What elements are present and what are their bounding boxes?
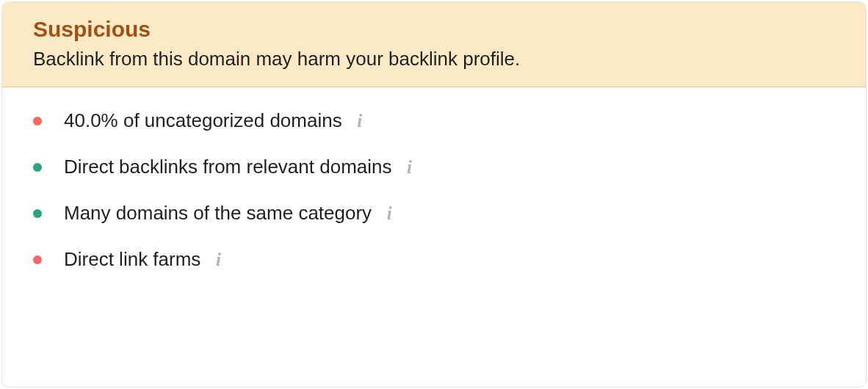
info-icon[interactable]: i <box>402 157 417 178</box>
info-icon[interactable]: i <box>382 203 397 224</box>
card-header: Suspicious Backlink from this domain may… <box>2 2 866 87</box>
metric-label: 40.0% of uncategorized domains <box>64 109 342 132</box>
card-title: Suspicious <box>33 17 835 42</box>
metric-item: Direct link farms i <box>33 248 835 271</box>
metric-item: Many domains of the same category i <box>33 202 835 225</box>
card-body: 40.0% of uncategorized domains i Direct … <box>2 87 866 309</box>
metric-label: Direct link farms <box>64 248 200 271</box>
info-icon[interactable]: i <box>211 250 225 270</box>
status-bullet-icon <box>33 255 42 264</box>
status-bullet-icon <box>33 163 42 172</box>
metric-item: Direct backlinks from relevant domains i <box>33 156 835 178</box>
metric-item: 40.0% of uncategorized domains i <box>33 109 835 132</box>
metric-label: Direct backlinks from relevant domains <box>64 156 392 178</box>
status-bullet-icon <box>33 209 42 218</box>
suspicious-card: Suspicious Backlink from this domain may… <box>1 1 867 388</box>
status-bullet-icon <box>33 117 42 126</box>
metric-label: Many domains of the same category <box>64 202 372 225</box>
metric-list: 40.0% of uncategorized domains i Direct … <box>33 109 835 271</box>
info-icon[interactable]: i <box>352 111 367 131</box>
card-subtitle: Backlink from this domain may harm your … <box>33 48 835 70</box>
